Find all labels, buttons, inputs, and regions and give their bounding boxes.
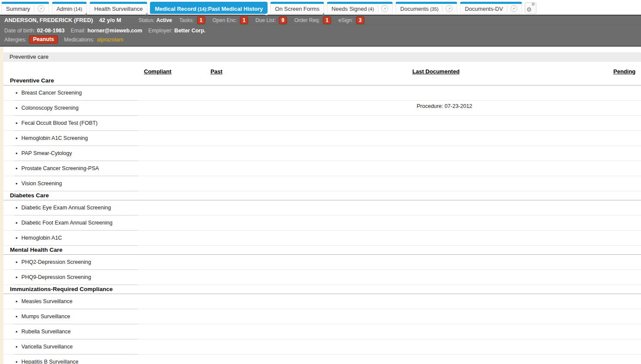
last-documented-cell — [412, 200, 613, 203]
table-row[interactable]: •Measles Surveillance — [3, 294, 641, 309]
tab-count: (14) — [196, 6, 206, 12]
table-row[interactable]: •PHQ2-Depression Screening — [3, 255, 641, 270]
stat-count-badge[interactable]: 9 — [279, 16, 287, 24]
tab-health-surveillance[interactable]: Health Surveillance — [89, 2, 147, 14]
open-in-popup-icon[interactable]: ↗ — [381, 5, 388, 12]
last-documented-cell — [412, 355, 613, 357]
item-name-cell: •Breast Cancer Screening — [3, 85, 144, 100]
table-row[interactable]: •Hemoglobin A1C — [3, 231, 641, 246]
open-in-popup-icon[interactable]: ↗ — [446, 5, 453, 12]
tab-documents[interactable]: Documents (35)↗ — [395, 2, 457, 14]
dob-label: Date of birth: — [4, 28, 35, 34]
item-label: Diabetic Eye Exam Annual Screening — [22, 205, 111, 211]
tab-on-screen-forms[interactable]: On Screen Forms — [270, 2, 324, 14]
tab-count: (4) — [367, 6, 374, 12]
bullet-icon: • — [16, 313, 18, 320]
tab-summary[interactable]: Summary↗ — [1, 2, 49, 14]
stat-count-badge[interactable]: 3 — [356, 16, 364, 24]
table-row[interactable]: •PAP Smear-Cytology — [3, 146, 641, 161]
table-row[interactable]: •Prostate Cancer Screening-PSA — [3, 161, 641, 176]
status-label: Status: — [138, 17, 154, 23]
bullet-icon: • — [16, 180, 18, 187]
table-row[interactable]: •Vision Screening — [3, 176, 641, 191]
medication-link[interactable]: alprazolam — [97, 37, 123, 43]
table-row[interactable]: •Hepatitis B Surveillance — [3, 355, 641, 364]
item-label: PAP Smear-Cytology — [22, 150, 72, 156]
main-content: Preventive care Compliant Past Last Docu… — [3, 47, 641, 364]
item-name-cell: •Diabetic Eye Exam Annual Screening — [3, 200, 144, 215]
tab-count: (14) — [72, 6, 82, 12]
bullet-icon: • — [16, 150, 18, 157]
medications-list: alprazolam — [94, 37, 123, 43]
last-documented-cell — [412, 116, 613, 118]
allergy-badge[interactable]: Peanuts — [29, 35, 58, 44]
table-row[interactable]: •Fecal Occult Blood Test (FOBT) — [3, 116, 641, 131]
item-label: Diabetic Foot Exam Annual Screening — [22, 220, 113, 226]
tab-fold-corner-icon — [84, 13, 87, 15]
table-row[interactable]: •Hemoglobin A1C Screening — [3, 131, 641, 146]
last-documented-cell — [412, 176, 613, 179]
tab-label: On Screen Forms — [275, 6, 319, 12]
section-header: Preventive care — [3, 52, 641, 62]
open-in-popup-icon[interactable]: ↗ — [510, 5, 517, 12]
stat-count-badge[interactable]: 1 — [197, 16, 205, 24]
table-row[interactable]: •PHQ9-Depression Screening — [3, 270, 641, 285]
stat-count-badge[interactable]: 1 — [240, 16, 248, 24]
column-header-pending[interactable]: Pending — [613, 68, 635, 75]
item-name-cell: •Vision Screening — [3, 176, 144, 191]
table-row[interactable]: •Varicella Surveillance — [3, 339, 641, 355]
settings-button[interactable]: ⚙ ⚙ — [525, 2, 536, 14]
column-header-compliant[interactable]: Compliant — [144, 68, 172, 75]
table-row[interactable]: •Diabetic Eye Exam Annual Screening — [3, 200, 641, 215]
table-header-row: Compliant Past Last Documented Pending — [3, 66, 641, 76]
item-label: Hemoglobin A1C — [22, 235, 62, 241]
tab-fold-corner-icon — [145, 13, 147, 15]
bullet-icon: • — [16, 105, 18, 111]
tab-documents-dv[interactable]: Documents-DV↗ — [460, 2, 522, 14]
item-name-cell: •Hepatitis B Surveillance — [3, 355, 144, 364]
item-name-cell: •PHQ2-Depression Screening — [3, 255, 144, 269]
column-header-pending-cell: Pending — [613, 68, 641, 75]
stat-label: Open Enc: — [213, 17, 237, 23]
item-name-cell: •Measles Surveillance — [3, 294, 144, 309]
open-in-popup-icon[interactable]: ↗ — [38, 5, 45, 12]
column-header-last-documented[interactable]: Last Documented — [412, 68, 459, 75]
patient-stats: Tasks:1Open Enc:1Due List:9Order Req:1eS… — [179, 16, 364, 24]
tab-medical-record[interactable]: Medical Record (14):Past Medical History — [150, 2, 268, 14]
table-row[interactable]: •Mumps Surveillance — [3, 309, 641, 324]
stat-label: Tasks: — [179, 17, 194, 23]
last-documented-cell — [412, 339, 613, 342]
last-documented-cell — [412, 146, 613, 149]
patient-status: Status:Active — [138, 17, 172, 23]
bullet-icon: • — [16, 220, 18, 226]
item-name-cell: •PAP Smear-Cytology — [3, 146, 144, 161]
bullet-icon: • — [16, 235, 18, 241]
table-row[interactable]: •Colonoscopy ScreeningProcedure: 07-23-2… — [3, 101, 641, 116]
stat-count-badge[interactable]: 1 — [323, 16, 331, 24]
stat-label: Order Req: — [294, 17, 320, 23]
email-pair: Email:horner@mieweb.com — [71, 28, 143, 34]
item-label: Mumps Surveillance — [22, 313, 70, 320]
patient-details-line2: Allergies: Peanuts Medications: alprazol… — [4, 35, 637, 44]
table-row[interactable]: •Rubella Surveillance — [3, 324, 641, 339]
employer-pair: Employer:Better Corp. — [148, 28, 206, 34]
dob-pair: Date of birth:02-08-1983 — [4, 28, 65, 34]
tab-count: (35) — [429, 6, 439, 12]
table-row[interactable]: •Diabetic Foot Exam Annual Screening — [3, 215, 641, 231]
column-header-past-cell: Past — [210, 68, 412, 75]
column-header-past[interactable]: Past — [210, 68, 222, 75]
patient-banner: ANDERSON, FREDERICK (FRED) 42 y/o M Stat… — [0, 15, 641, 47]
item-label: Hemoglobin A1C Screening — [22, 135, 88, 141]
tab-needs-signed[interactable]: Needs Signed (4)↗ — [327, 2, 393, 14]
bullet-icon: • — [16, 359, 18, 364]
tab-admin[interactable]: Admin (14) — [52, 2, 87, 14]
email-label: Email: — [71, 28, 86, 34]
item-name-cell: •Hemoglobin A1C Screening — [3, 131, 144, 146]
item-label: Vision Screening — [22, 180, 62, 187]
tab-label: Admin (14) — [57, 6, 82, 12]
table-row[interactable]: •Breast Cancer Screening — [3, 85, 641, 101]
patient-summary-row: ANDERSON, FREDERICK (FRED) 42 y/o M Stat… — [0, 16, 641, 25]
bullet-icon: • — [16, 135, 18, 142]
tab-label: Summary — [6, 6, 30, 12]
bullet-icon: • — [16, 120, 18, 127]
